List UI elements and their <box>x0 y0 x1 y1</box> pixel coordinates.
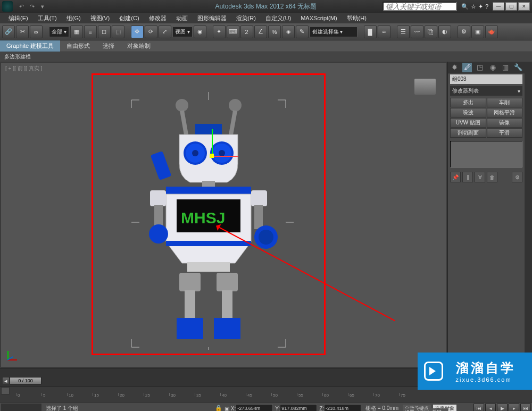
menu-tools[interactable]: 工具(T) <box>34 13 61 23</box>
window-crossing-icon[interactable]: ⬚ <box>112 26 124 38</box>
unlink-icon[interactable]: ✂ <box>16 26 29 38</box>
motion-tab-icon[interactable]: ◉ <box>488 63 497 72</box>
named-sel-set-dropdown[interactable]: 创建选择集 ▾ <box>310 27 358 37</box>
display-tab-icon[interactable]: ▥ <box>501 63 510 72</box>
coord-z-field[interactable] <box>324 404 361 411</box>
tab-graphite[interactable]: Graphite 建模工具 <box>0 40 60 52</box>
mod-noise[interactable]: 噪波 <box>450 108 486 118</box>
rendered-frame-icon[interactable]: ▣ <box>471 26 484 38</box>
select-by-name-icon[interactable]: ≡ <box>84 26 97 38</box>
mod-lathe[interactable]: 车削 <box>487 98 523 107</box>
select-rotate-icon[interactable]: ⟳ <box>145 26 157 38</box>
exchange-icon[interactable]: ✦ <box>478 3 483 10</box>
menu-group[interactable]: 组(G) <box>62 13 85 23</box>
modifier-stack[interactable] <box>450 141 522 167</box>
mod-meshsmooth[interactable]: 网格平滑 <box>487 108 523 118</box>
select-region-icon[interactable]: ◻ <box>98 26 111 38</box>
edit-named-sel-icon[interactable]: ✎ <box>296 26 309 38</box>
viewport-front[interactable]: [ + ][ 前 ][ 真实 ] <box>1 63 446 367</box>
undo-icon[interactable]: ↶ <box>17 2 26 11</box>
show-end-result-icon[interactable]: ‖ <box>462 172 473 182</box>
align-icon[interactable]: ≑ <box>378 26 390 38</box>
redo-icon[interactable]: ↷ <box>28 2 36 11</box>
make-unique-icon[interactable]: ∀ <box>475 172 485 182</box>
schematic-view-icon[interactable]: ⿻ <box>425 26 437 38</box>
menu-customize[interactable]: 自定义(U) <box>261 13 295 23</box>
play-icon[interactable]: ▶ <box>497 404 508 411</box>
prev-frame-icon[interactable]: ◂ <box>485 404 496 411</box>
mod-extrude[interactable]: 挤出 <box>450 98 486 107</box>
help-icon[interactable]: ? <box>485 3 488 10</box>
goto-start-icon[interactable]: ⏮ <box>473 404 484 411</box>
rollout-area[interactable] <box>448 184 525 375</box>
menu-modifiers[interactable]: 修改器 <box>145 13 171 23</box>
ribbon-panel-poly[interactable]: 多边形建模 <box>0 52 532 62</box>
help-search-input[interactable] <box>383 2 457 11</box>
hierarchy-tab-icon[interactable]: ◳ <box>475 63 485 72</box>
render-setup-icon[interactable]: ⚙ <box>458 26 470 38</box>
app-logo-icon[interactable] <box>2 1 13 12</box>
key-filters-button[interactable]: 关键点过滤器... <box>430 408 448 412</box>
remove-modifier-icon[interactable]: 🗑 <box>487 172 497 182</box>
menu-edit[interactable]: 编辑(E) <box>4 13 32 23</box>
mirror-icon[interactable]: ▐▌ <box>364 26 377 38</box>
curve-editor-icon[interactable]: 〰 <box>411 26 423 38</box>
link-icon[interactable]: 🔗 <box>2 26 15 38</box>
render-production-icon[interactable]: 🫖 <box>485 26 498 38</box>
tab-freeform[interactable]: 自由形式 <box>60 40 96 52</box>
mod-mirror[interactable]: 镜像 <box>487 118 523 128</box>
menu-graph-editors[interactable]: 图形编辑器 <box>193 13 231 23</box>
spinner-snap-icon[interactable]: ◈ <box>282 26 295 38</box>
goto-end-icon[interactable]: ⏭ <box>520 404 531 411</box>
menu-animation[interactable]: 动画 <box>172 13 192 23</box>
manipulate-icon[interactable]: ✦ <box>213 26 226 38</box>
select-move-icon[interactable]: ✥ <box>131 26 144 38</box>
ref-coord-dropdown[interactable]: 视图 ▾ <box>172 27 193 37</box>
menu-help[interactable]: 帮助(H) <box>343 13 371 23</box>
panel-scrollbar-v[interactable] <box>525 62 532 375</box>
object-name-field[interactable]: 组003 <box>450 74 522 84</box>
modify-tab-icon[interactable]: 🖉 <box>462 63 472 72</box>
snap-2d-icon[interactable]: 2 <box>240 26 253 38</box>
lock-selection-icon[interactable]: 🔒 <box>215 405 222 411</box>
select-object-icon[interactable]: ▦ <box>70 26 83 38</box>
selection-filter-dropdown[interactable]: 全部 ▾ <box>49 27 69 37</box>
mod-uvwmap[interactable]: UVW 贴图 <box>450 118 486 128</box>
modifier-list-dropdown[interactable]: 修改器列表▾ <box>450 86 522 96</box>
coord-y-field[interactable] <box>280 404 317 411</box>
layers-icon[interactable]: ☰ <box>397 26 410 38</box>
select-scale-icon[interactable]: ⤢ <box>159 26 171 38</box>
mod-slice[interactable]: 剖切副面 <box>450 128 486 138</box>
keyboard-shortcut-icon[interactable]: ⌨ <box>227 26 239 38</box>
minimize-button[interactable]: — <box>493 2 504 11</box>
trackbar-open-icon[interactable] <box>1 387 10 395</box>
subscription-icon[interactable]: ☆ <box>471 3 476 10</box>
bind-icon[interactable]: ∞ <box>30 26 43 38</box>
qat-more-icon[interactable]: ▾ <box>38 2 47 11</box>
next-frame-icon[interactable]: ▸ <box>509 404 519 411</box>
pivot-center-icon[interactable]: ◉ <box>194 26 206 38</box>
tab-selection[interactable]: 选择 <box>96 40 121 52</box>
time-slider[interactable]: 0 / 100 <box>10 377 41 384</box>
set-key-button[interactable]: 设置关键点 <box>403 408 417 412</box>
configure-sets-icon[interactable]: ⚙ <box>512 172 522 182</box>
menu-create[interactable]: 创建(C) <box>115 13 143 23</box>
material-editor-icon[interactable]: ◐ <box>438 26 451 38</box>
viewport-scrollbar-h[interactable] <box>0 368 447 375</box>
coord-x-field[interactable] <box>236 404 273 411</box>
utilities-tab-icon[interactable]: 🔧 <box>513 63 523 72</box>
search-icon[interactable]: 🔍 <box>461 3 469 10</box>
tab-object-paint[interactable]: 对象绘制 <box>121 40 157 52</box>
menu-maxscript[interactable]: MAXScript(M) <box>296 14 341 22</box>
mod-smooth[interactable]: 平滑 <box>487 128 523 138</box>
timeslider-left-icon[interactable]: ◂ <box>2 377 10 384</box>
create-tab-icon[interactable]: ✸ <box>450 63 459 72</box>
menu-rendering[interactable]: 渲染(R) <box>232 13 260 23</box>
close-button[interactable]: ✕ <box>518 2 530 11</box>
restore-button[interactable]: ▢ <box>505 2 517 11</box>
viewport-label[interactable]: [ + ][ 前 ][ 真实 ] <box>5 65 42 72</box>
listener-output[interactable] <box>1 404 41 411</box>
angle-snap-icon[interactable]: ∠ <box>254 26 267 38</box>
viewcube-icon[interactable] <box>414 79 436 95</box>
pin-stack-icon[interactable]: 📌 <box>450 172 461 182</box>
